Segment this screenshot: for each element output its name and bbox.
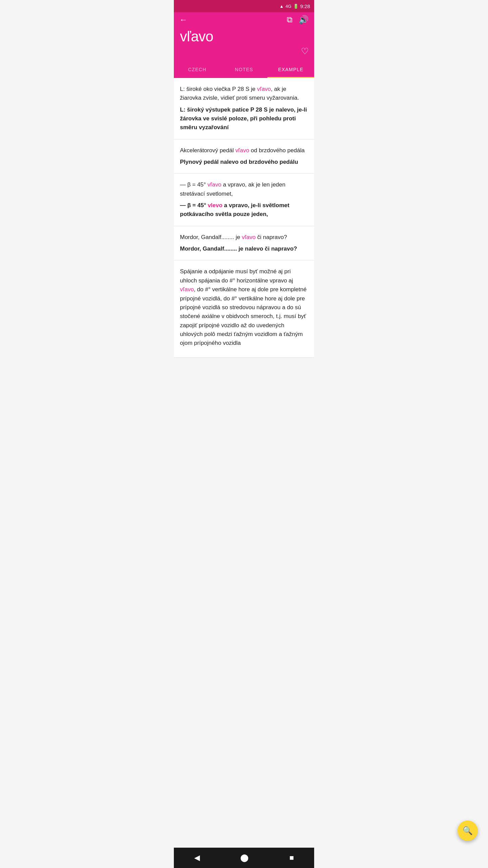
example-block-5: Spájanie a odpájanie musí byť možné aj p… bbox=[174, 260, 314, 357]
sound-button[interactable]: 🔊 bbox=[299, 15, 309, 24]
example-original-4: Mordor, Gandalf........ je vľavo či napr… bbox=[180, 233, 308, 242]
example-block-4: Mordor, Gandalf........ je vľavo či napr… bbox=[174, 226, 314, 261]
tab-czech[interactable]: CZECH bbox=[174, 62, 221, 77]
highlight-vlavo-3: vľavo bbox=[207, 181, 221, 188]
word-title: vľavo bbox=[179, 28, 309, 45]
example-block-2: Akcelerátorový pedál vľavo od brzdového … bbox=[174, 139, 314, 174]
signal-label: 4G bbox=[285, 4, 291, 9]
example-block-1: L: široké oko viečka P 28 S je vľavo, ak… bbox=[174, 78, 314, 139]
copy-button[interactable]: ⧉ bbox=[287, 15, 292, 24]
example-original-1: L: široké oko viečka P 28 S je vľavo, ak… bbox=[180, 85, 308, 103]
header-actions: ⧉ 🔊 bbox=[287, 15, 309, 24]
highlight-vlavo-1: vľavo bbox=[257, 86, 271, 92]
content-area: L: široké oko viečka P 28 S je vľavo, ak… bbox=[174, 78, 314, 358]
example-original-2: Akcelerátorový pedál vľavo od brzdového … bbox=[180, 146, 308, 155]
time-display: 9:28 bbox=[300, 3, 310, 9]
example-block-3: — β = 45° vľavo a vpravo, ak je len jede… bbox=[174, 174, 314, 226]
app-header: ← ⧉ 🔊 vľavo ♡ bbox=[174, 12, 314, 62]
example-original-5: Spájanie a odpájanie musí byť možné aj p… bbox=[180, 267, 308, 348]
example-translation-1: L: široký výstupek patice P 28 S je nale… bbox=[180, 105, 308, 132]
highlight-vlavo-5: vľavo bbox=[180, 286, 194, 293]
example-translation-2: Plynový pedál nalevo od brzdového pedálu bbox=[180, 158, 308, 166]
highlight-vlevo-3: vlevo bbox=[208, 202, 222, 209]
signal-icon: ▲ bbox=[280, 4, 284, 9]
example-original-3: — β = 45° vľavo a vpravo, ak je len jede… bbox=[180, 180, 308, 198]
status-bar: ▲ 4G 🔋 9:28 bbox=[174, 0, 314, 12]
highlight-vlavo-2: vľavo bbox=[235, 147, 249, 154]
battery-icon: 🔋 bbox=[293, 4, 299, 9]
status-icons: ▲ 4G 🔋 9:28 bbox=[280, 3, 310, 9]
header-top: ← ⧉ 🔊 bbox=[179, 15, 309, 24]
tab-notes[interactable]: NOTES bbox=[221, 62, 267, 77]
back-button[interactable]: ← bbox=[179, 15, 187, 24]
tab-bar: CZECH NOTES EXAMPLE bbox=[174, 62, 314, 78]
example-translation-3: — β = 45° vlevo a vpravo, je-li světlome… bbox=[180, 201, 308, 219]
favorite-button[interactable]: ♡ bbox=[301, 46, 309, 57]
example-translation-4: Mordor, Gandalf........ je nalevo či nap… bbox=[180, 244, 308, 253]
tab-example[interactable]: EXAMPLE bbox=[267, 62, 314, 77]
header-bottom: ♡ bbox=[179, 45, 309, 57]
highlight-vlavo-4: vľavo bbox=[242, 234, 256, 240]
